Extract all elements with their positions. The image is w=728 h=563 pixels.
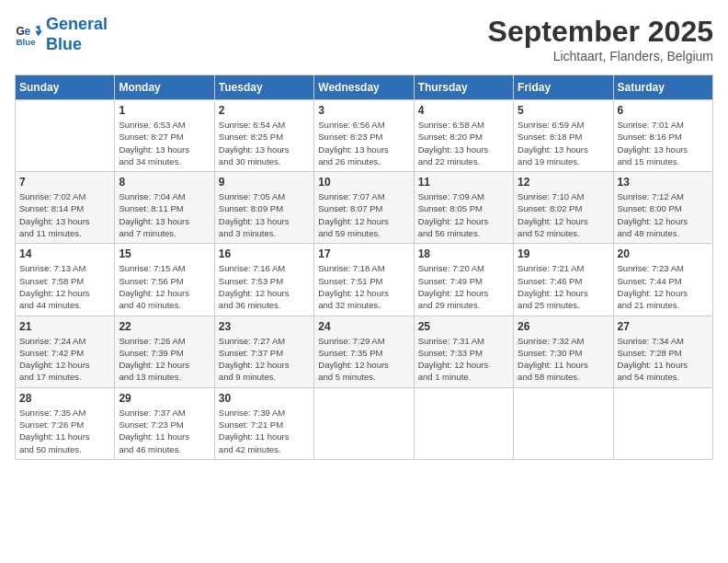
weekday-header-thursday: Thursday <box>414 75 513 100</box>
day-number: 18 <box>418 247 509 260</box>
weekday-header-monday: Monday <box>115 75 214 100</box>
day-number: 25 <box>418 320 509 333</box>
day-cell: 15Sunrise: 7:15 AM Sunset: 7:56 PM Dayli… <box>115 244 214 316</box>
day-info: Sunrise: 7:23 AM Sunset: 7:44 PM Dayligh… <box>618 262 709 311</box>
day-number: 28 <box>19 392 110 405</box>
day-number: 9 <box>219 176 310 189</box>
day-info: Sunrise: 7:37 AM Sunset: 7:23 PM Dayligh… <box>119 407 210 455</box>
day-info: Sunrise: 7:20 AM Sunset: 7:49 PM Dayligh… <box>418 262 509 311</box>
day-cell: 26Sunrise: 7:32 AM Sunset: 7:30 PM Dayli… <box>514 316 613 387</box>
day-info: Sunrise: 7:31 AM Sunset: 7:33 PM Dayligh… <box>418 335 509 384</box>
day-info: Sunrise: 7:24 AM Sunset: 7:42 PM Dayligh… <box>19 335 110 384</box>
day-cell: 4Sunrise: 6:58 AM Sunset: 8:20 PM Daylig… <box>414 100 513 172</box>
day-info: Sunrise: 7:05 AM Sunset: 8:09 PM Dayligh… <box>219 190 310 239</box>
day-number: 7 <box>19 176 110 189</box>
day-info: Sunrise: 7:12 AM Sunset: 8:00 PM Dayligh… <box>618 190 709 239</box>
day-cell: 6Sunrise: 7:01 AM Sunset: 8:16 PM Daylig… <box>613 100 712 172</box>
logo-line2: Blue <box>46 35 82 53</box>
day-info: Sunrise: 7:39 AM Sunset: 7:21 PM Dayligh… <box>219 407 310 455</box>
day-number: 15 <box>119 247 210 260</box>
day-info: Sunrise: 7:09 AM Sunset: 8:05 PM Dayligh… <box>418 190 509 239</box>
day-number: 23 <box>219 320 310 333</box>
day-number: 24 <box>318 320 409 333</box>
weekday-header-saturday: Saturday <box>613 75 712 100</box>
day-cell: 13Sunrise: 7:12 AM Sunset: 8:00 PM Dayli… <box>613 172 712 244</box>
day-cell: 30Sunrise: 7:39 AM Sunset: 7:21 PM Dayli… <box>214 387 313 459</box>
logo-line1: General <box>46 15 108 33</box>
svg-text:Blue: Blue <box>17 36 37 46</box>
day-number: 3 <box>318 104 409 117</box>
logo-text: General Blue <box>46 15 108 54</box>
day-number: 8 <box>119 176 210 189</box>
day-info: Sunrise: 6:58 AM Sunset: 8:20 PM Dayligh… <box>418 119 509 167</box>
day-number: 12 <box>518 176 609 189</box>
week-row-3: 14Sunrise: 7:13 AM Sunset: 7:58 PM Dayli… <box>16 244 713 316</box>
day-number: 22 <box>119 320 210 333</box>
day-cell: 5Sunrise: 6:59 AM Sunset: 8:18 PM Daylig… <box>514 100 613 172</box>
day-info: Sunrise: 7:16 AM Sunset: 7:53 PM Dayligh… <box>219 262 310 311</box>
day-cell: 1Sunrise: 6:53 AM Sunset: 8:27 PM Daylig… <box>115 100 214 172</box>
calendar-title: September 2025 <box>488 15 713 49</box>
day-cell: 23Sunrise: 7:27 AM Sunset: 7:37 PM Dayli… <box>214 316 313 387</box>
day-number: 19 <box>518 247 609 260</box>
weekday-header-sunday: Sunday <box>16 75 115 100</box>
day-number: 6 <box>618 104 709 117</box>
weekday-header-row: SundayMondayTuesdayWednesdayThursdayFrid… <box>16 75 713 100</box>
logo: G e Blue General Blue <box>15 15 108 54</box>
day-cell: 24Sunrise: 7:29 AM Sunset: 7:35 PM Dayli… <box>314 316 414 387</box>
day-info: Sunrise: 7:34 AM Sunset: 7:28 PM Dayligh… <box>618 335 709 384</box>
day-info: Sunrise: 7:21 AM Sunset: 7:46 PM Dayligh… <box>518 262 609 311</box>
week-row-5: 28Sunrise: 7:35 AM Sunset: 7:26 PM Dayli… <box>16 387 713 459</box>
day-cell: 16Sunrise: 7:16 AM Sunset: 7:53 PM Dayli… <box>214 244 313 316</box>
day-number: 2 <box>219 104 310 117</box>
day-number: 21 <box>19 320 110 333</box>
day-info: Sunrise: 7:35 AM Sunset: 7:26 PM Dayligh… <box>19 407 110 455</box>
day-info: Sunrise: 7:26 AM Sunset: 7:39 PM Dayligh… <box>119 335 210 384</box>
day-info: Sunrise: 7:04 AM Sunset: 8:11 PM Dayligh… <box>119 190 210 239</box>
day-cell: 12Sunrise: 7:10 AM Sunset: 8:02 PM Dayli… <box>514 172 613 244</box>
day-info: Sunrise: 7:18 AM Sunset: 7:51 PM Dayligh… <box>318 262 409 311</box>
week-row-1: 1Sunrise: 6:53 AM Sunset: 8:27 PM Daylig… <box>16 100 713 172</box>
day-info: Sunrise: 7:32 AM Sunset: 7:30 PM Dayligh… <box>518 335 609 384</box>
week-row-4: 21Sunrise: 7:24 AM Sunset: 7:42 PM Dayli… <box>16 316 713 387</box>
day-cell: 20Sunrise: 7:23 AM Sunset: 7:44 PM Dayli… <box>613 244 712 316</box>
logo-icon: G e Blue <box>15 21 42 49</box>
weekday-header-friday: Friday <box>514 75 613 100</box>
day-number: 30 <box>219 392 310 405</box>
day-info: Sunrise: 6:54 AM Sunset: 8:25 PM Dayligh… <box>219 119 310 167</box>
day-cell: 10Sunrise: 7:07 AM Sunset: 8:07 PM Dayli… <box>314 172 414 244</box>
day-cell: 18Sunrise: 7:20 AM Sunset: 7:49 PM Dayli… <box>414 244 513 316</box>
day-number: 14 <box>19 247 110 260</box>
day-number: 1 <box>119 104 210 117</box>
day-cell <box>613 387 712 459</box>
title-area: September 2025 Lichtaart, Flanders, Belg… <box>488 15 713 63</box>
day-info: Sunrise: 6:56 AM Sunset: 8:23 PM Dayligh… <box>318 119 409 167</box>
day-cell: 3Sunrise: 6:56 AM Sunset: 8:23 PM Daylig… <box>314 100 414 172</box>
day-info: Sunrise: 7:10 AM Sunset: 8:02 PM Dayligh… <box>518 190 609 239</box>
day-info: Sunrise: 6:53 AM Sunset: 8:27 PM Dayligh… <box>119 119 210 167</box>
day-cell: 19Sunrise: 7:21 AM Sunset: 7:46 PM Dayli… <box>514 244 613 316</box>
day-cell: 25Sunrise: 7:31 AM Sunset: 7:33 PM Dayli… <box>414 316 513 387</box>
day-info: Sunrise: 7:27 AM Sunset: 7:37 PM Dayligh… <box>219 335 310 384</box>
weekday-header-wednesday: Wednesday <box>314 75 414 100</box>
calendar-table: SundayMondayTuesdayWednesdayThursdayFrid… <box>15 75 713 460</box>
day-info: Sunrise: 7:29 AM Sunset: 7:35 PM Dayligh… <box>318 335 409 384</box>
day-cell: 14Sunrise: 7:13 AM Sunset: 7:58 PM Dayli… <box>16 244 115 316</box>
day-number: 16 <box>219 247 310 260</box>
day-number: 4 <box>418 104 509 117</box>
day-info: Sunrise: 6:59 AM Sunset: 8:18 PM Dayligh… <box>518 119 609 167</box>
day-cell: 21Sunrise: 7:24 AM Sunset: 7:42 PM Dayli… <box>16 316 115 387</box>
day-info: Sunrise: 7:07 AM Sunset: 8:07 PM Dayligh… <box>318 190 409 239</box>
day-number: 17 <box>318 247 409 260</box>
day-cell: 28Sunrise: 7:35 AM Sunset: 7:26 PM Dayli… <box>16 387 115 459</box>
day-info: Sunrise: 7:13 AM Sunset: 7:58 PM Dayligh… <box>19 262 110 311</box>
day-cell <box>514 387 613 459</box>
day-cell: 2Sunrise: 6:54 AM Sunset: 8:25 PM Daylig… <box>214 100 313 172</box>
day-number: 11 <box>418 176 509 189</box>
day-number: 5 <box>518 104 609 117</box>
day-number: 29 <box>119 392 210 405</box>
day-cell <box>16 100 115 172</box>
day-number: 27 <box>618 320 709 333</box>
header: G e Blue General Blue September 2025 Lic… <box>15 15 713 63</box>
day-cell: 11Sunrise: 7:09 AM Sunset: 8:05 PM Dayli… <box>414 172 513 244</box>
